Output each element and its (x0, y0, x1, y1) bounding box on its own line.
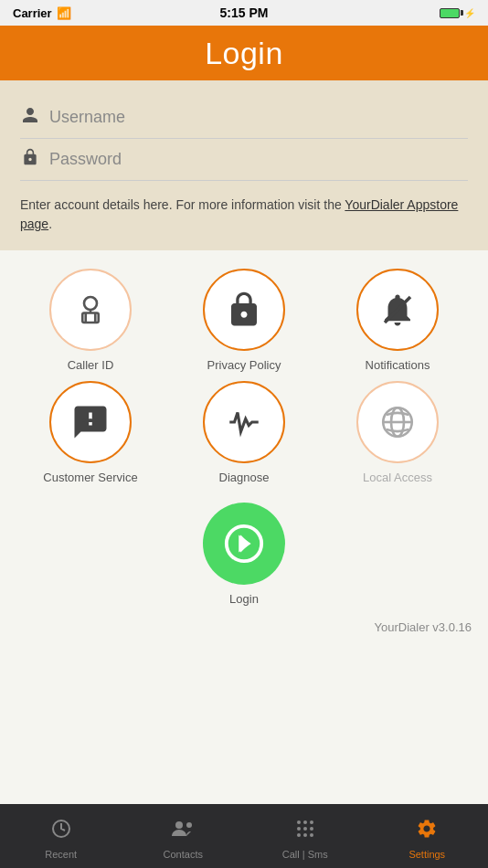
svg-point-14 (175, 821, 183, 829)
status-time: 5:15 PM (220, 5, 269, 20)
icon-grid: Caller ID Privacy Policy Notifications (0, 250, 488, 493)
status-bar: Carrier 📶 5:15 PM ⚡ (0, 0, 488, 26)
local-access-circle (356, 381, 439, 463)
battery-icon (440, 8, 460, 18)
notifications-button[interactable]: Notifications (325, 269, 470, 372)
svg-point-18 (310, 820, 313, 824)
tab-recent[interactable]: Recent (0, 812, 122, 860)
settings-icon (416, 818, 438, 845)
svg-point-21 (310, 827, 313, 831)
wifi-icon: 📶 (57, 6, 71, 20)
tab-call-sms-label: Call | Sms (282, 849, 328, 860)
svg-point-17 (303, 820, 307, 824)
hint-before: Enter account details here. For more inf… (20, 197, 345, 212)
privacy-policy-circle (203, 269, 285, 351)
login-button[interactable] (203, 503, 285, 585)
username-row (20, 97, 468, 139)
login-label: Login (229, 592, 259, 606)
tab-settings[interactable]: Settings (366, 812, 489, 860)
carrier-label: Carrier (13, 6, 52, 20)
privacy-policy-label: Privacy Policy (207, 358, 281, 372)
hint-text: Enter account details here. For more inf… (20, 196, 468, 234)
recent-icon (50, 818, 72, 845)
customer-service-circle (49, 381, 132, 463)
lock-icon (20, 148, 40, 171)
tab-contacts-label: Contacts (164, 849, 203, 860)
page-title: Login (205, 36, 283, 71)
caller-id-button[interactable]: Caller ID (18, 269, 163, 372)
caller-id-circle (49, 269, 132, 351)
caller-id-label: Caller ID (68, 358, 114, 372)
svg-point-15 (186, 822, 192, 828)
diagnose-circle (203, 381, 285, 463)
user-icon (20, 106, 40, 129)
svg-point-20 (303, 827, 307, 831)
header: Login (0, 26, 488, 80)
svg-point-6 (82, 418, 86, 422)
svg-point-24 (310, 833, 313, 837)
customer-service-button[interactable]: Customer Service (18, 381, 163, 484)
login-row: Login (0, 493, 488, 615)
password-row (20, 139, 468, 181)
status-left: Carrier 📶 (13, 6, 71, 20)
notifications-label: Notifications (366, 358, 430, 372)
svg-point-8 (95, 418, 99, 422)
svg-point-23 (303, 833, 307, 837)
username-input[interactable] (49, 108, 468, 127)
tab-bar: Recent Contacts (0, 804, 488, 868)
call-sms-icon (294, 818, 316, 845)
login-form: Enter account details here. For more inf… (0, 80, 488, 250)
version-text: YourDialer v3.0.16 (375, 620, 472, 634)
hint-after: . (48, 217, 52, 231)
status-right: ⚡ (440, 8, 475, 18)
tab-contacts[interactable]: Contacts (122, 812, 245, 860)
local-access-button[interactable]: Local Access (325, 381, 470, 484)
svg-point-0 (84, 297, 97, 310)
bolt-icon: ⚡ (464, 8, 475, 18)
notifications-circle (356, 269, 439, 351)
svg-point-22 (297, 833, 301, 837)
svg-point-19 (297, 827, 301, 831)
tab-call-sms[interactable]: Call | Sms (244, 812, 366, 860)
password-input[interactable] (49, 150, 468, 169)
privacy-policy-button[interactable]: Privacy Policy (172, 269, 316, 372)
local-access-label: Local Access (363, 471, 432, 484)
tab-settings-label: Settings (408, 849, 445, 860)
version-info: YourDialer v3.0.16 (0, 615, 488, 643)
diagnose-label: Diagnose (219, 471, 270, 484)
contacts-icon (171, 818, 195, 845)
customer-service-label: Customer Service (43, 471, 137, 484)
svg-point-16 (297, 820, 301, 824)
tab-recent-label: Recent (45, 849, 77, 860)
diagnose-button[interactable]: Diagnose (172, 381, 316, 484)
svg-point-7 (89, 418, 92, 422)
